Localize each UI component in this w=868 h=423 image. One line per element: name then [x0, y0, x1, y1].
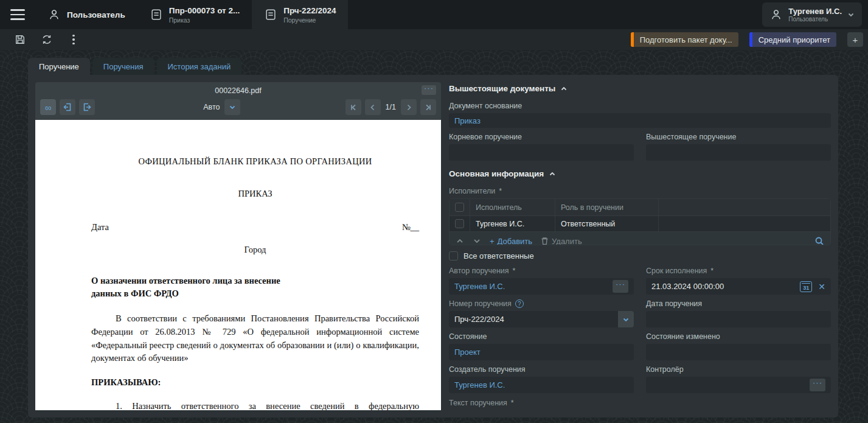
- number-field[interactable]: Прч-222/2024: [449, 311, 634, 327]
- user-menu[interactable]: Тургенев И.С. Пользователь: [762, 2, 862, 27]
- user-icon: [47, 8, 61, 21]
- last-page-button[interactable]: [420, 99, 436, 115]
- creator-field[interactable]: Тургенев И.С.: [449, 377, 634, 393]
- all-responsible-row: Все ответственные: [449, 251, 831, 260]
- state-label: Состояние: [449, 332, 634, 341]
- tab-assignment[interactable]: Поручение: [28, 58, 90, 75]
- save-button[interactable]: [12, 32, 28, 47]
- tab-user-label: Пользователь: [67, 10, 125, 19]
- column-role: Роль в поручении: [555, 199, 659, 215]
- row-checkbox[interactable]: [455, 219, 464, 228]
- tab-user[interactable]: Пользователь: [35, 0, 137, 29]
- chevron-down-icon: [622, 316, 630, 323]
- cell-role: Ответственный: [555, 216, 659, 231]
- cell-performer: Тургенев И.С.: [470, 216, 555, 231]
- clear-date-button[interactable]: ✕: [818, 282, 825, 292]
- number-dropdown-button[interactable]: [618, 311, 634, 327]
- move-up-button[interactable]: [456, 237, 464, 245]
- first-page-button[interactable]: [345, 99, 361, 115]
- all-responsible-checkbox[interactable]: [449, 251, 458, 260]
- view-tabs: Поручение Поручения История заданий: [28, 58, 868, 75]
- chevron-up-icon: [560, 85, 568, 93]
- tab-order-doc[interactable]: Ппр-000073 от 2... Приказ: [137, 0, 252, 29]
- topbar-spacer: [348, 0, 762, 29]
- controller-field[interactable]: ···: [646, 377, 831, 393]
- assignment-date-field[interactable]: [646, 311, 831, 327]
- deadline-label: Срок исполнения *: [646, 267, 831, 275]
- pdf-link-button[interactable]: ∞: [40, 99, 56, 115]
- badge-label: Подготовить пакет доку...: [634, 35, 738, 44]
- number-label: Номер поручения ?: [449, 299, 634, 308]
- chevron-left-icon: [369, 103, 377, 111]
- assignment-date-label: Дата поручения: [646, 299, 831, 308]
- help-icon[interactable]: ?: [515, 299, 524, 308]
- tab-assignments[interactable]: Поручения: [92, 58, 155, 75]
- author-value[interactable]: Тургенев И.С.: [454, 282, 613, 291]
- root-assignment-field[interactable]: [449, 144, 634, 161]
- performers-table-row[interactable]: Тургенев И.С. Ответственный: [450, 215, 830, 232]
- number-label-text: Номер поручения: [449, 299, 512, 308]
- column-performer: Исполнитель: [470, 199, 555, 215]
- add-badge-button[interactable]: +: [847, 32, 863, 47]
- prev-page-button[interactable]: [365, 99, 381, 115]
- section-main-info[interactable]: Основная информация: [449, 169, 831, 178]
- tab-task-history[interactable]: История заданий: [157, 58, 242, 75]
- doc-order-word: ПРИКАЗЫВАЮ:: [91, 377, 419, 388]
- last-page-icon: [425, 103, 432, 111]
- toolbar: Подготовить пакет доку... Средний приори…: [0, 29, 868, 50]
- performers-table: Исполнитель Роль в поручении Тургенев И.…: [449, 198, 831, 245]
- next-page-button[interactable]: [401, 99, 417, 115]
- user-icon: [769, 8, 783, 21]
- doc-basis-field[interactable]: Приказ: [449, 113, 831, 128]
- pdf-export-button[interactable]: [79, 99, 95, 115]
- pdf-zoom-dropdown[interactable]: [224, 99, 240, 115]
- author-field[interactable]: Тургенев И.С. ···: [449, 278, 634, 295]
- assignment-form: Вышестоящие документы Документ основание…: [449, 82, 831, 410]
- pdf-page: ОФИЦИАЛЬНЫЙ БЛАНК ПРИКАЗА ПО ОРГАНИЗАЦИИ…: [35, 120, 441, 410]
- search-icon[interactable]: [814, 236, 824, 245]
- menu-icon[interactable]: [0, 0, 35, 29]
- task-badge-prepare-docs[interactable]: Подготовить пакет доку...: [631, 32, 738, 47]
- state-field[interactable]: Проект: [449, 344, 634, 360]
- section-title: Основная информация: [449, 169, 544, 178]
- author-label: Автор поручения *: [449, 267, 634, 275]
- assignment-text-label-text: Текст поручения: [449, 399, 507, 407]
- creator-label: Создатель поручения: [449, 365, 634, 374]
- user-role: Пользователь: [788, 16, 842, 23]
- page-indicator: 1/1: [384, 103, 397, 111]
- pdf-import-button[interactable]: [60, 99, 75, 115]
- refresh-button[interactable]: [39, 32, 55, 47]
- parent-assignment-field[interactable]: [646, 144, 831, 161]
- doc-kind: ПРИКАЗ: [91, 189, 419, 199]
- tab-order-subtitle: Приказ: [169, 16, 240, 24]
- assignment-text-label: Текст поручения *: [449, 399, 831, 407]
- doc-number-label: №__: [402, 222, 419, 232]
- move-down-button[interactable]: [473, 237, 481, 245]
- pdf-zoom-mode: Авто: [203, 103, 220, 111]
- add-performer-label: Добавить: [498, 237, 532, 245]
- deadline-field[interactable]: 21.03.2024 00:00:00 31 ✕: [646, 278, 831, 295]
- state-changed-field[interactable]: [646, 344, 831, 360]
- tab-assignment-doc[interactable]: Прч-222/2024 Поручение: [252, 0, 348, 29]
- priority-badge[interactable]: Средний приоритет: [749, 32, 836, 47]
- add-performer-button[interactable]: + Добавить: [490, 237, 532, 245]
- export-icon: [82, 102, 92, 112]
- calendar-icon[interactable]: 31: [800, 281, 812, 292]
- save-icon: [14, 33, 26, 46]
- pdf-more-button[interactable]: ···: [422, 85, 436, 95]
- select-all-checkbox[interactable]: [455, 203, 464, 212]
- doc-basis-value[interactable]: Приказ: [454, 116, 481, 125]
- chevron-up-icon: [549, 170, 556, 178]
- performers-table-header: Исполнитель Роль в поручении: [450, 199, 830, 215]
- controller-select-button[interactable]: ···: [810, 379, 825, 391]
- doc-subject: О назначении ответственного лица за внес…: [91, 274, 286, 300]
- document-icon: [264, 8, 277, 21]
- required-mark: *: [513, 267, 516, 275]
- first-page-icon: [349, 103, 357, 111]
- delete-performer-button[interactable]: Удалить: [541, 237, 582, 245]
- author-select-button[interactable]: ···: [613, 280, 628, 293]
- more-actions-button[interactable]: [66, 32, 82, 47]
- document-icon: [150, 8, 163, 21]
- section-upper-documents[interactable]: Вышестоящие документы: [449, 84, 831, 93]
- creator-value[interactable]: Тургенев И.С.: [454, 380, 628, 390]
